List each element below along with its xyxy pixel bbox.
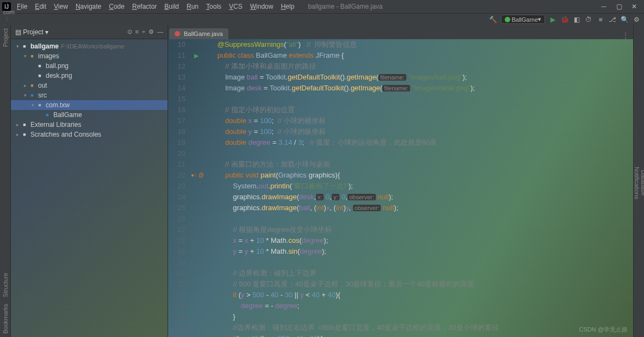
class-icon: ■ xyxy=(44,111,51,119)
select-opened-file-icon[interactable]: ⊙ xyxy=(127,28,132,35)
breadcrumb-separator: 〉 xyxy=(5,1,11,8)
window-maximize[interactable]: ▢ xyxy=(611,3,627,10)
tree-item-desk-png[interactable]: ■desk.png xyxy=(11,71,168,81)
breadcrumb-src[interactable]: src xyxy=(3,0,45,1)
tree-label: out xyxy=(38,82,47,89)
menu-run[interactable]: Run xyxy=(183,3,202,10)
menu-code[interactable]: Code xyxy=(105,3,128,10)
tree-label: External Libraries xyxy=(30,121,81,128)
src-icon: ■ xyxy=(28,91,36,99)
settings-button[interactable]: ⚙ xyxy=(632,15,641,24)
project-tree[interactable]: ▾■ballgameF:\IDEAWorks\ballgame▾■images■… xyxy=(11,39,168,142)
scratch-icon: ■ xyxy=(21,131,28,138)
tree-item-ball-png[interactable]: ■ball.png xyxy=(11,61,168,71)
folder-ex-icon: ■ xyxy=(28,82,36,89)
database-tool-button[interactable]: Database xyxy=(640,28,644,337)
tree-item-ballgame[interactable]: ■BallGame xyxy=(11,110,168,120)
menu-window[interactable]: Window xyxy=(246,3,277,10)
code-editor[interactable]: 10 11 12 13 14 15 16 17 18 19 20 21 22 2… xyxy=(168,39,633,337)
git-button[interactable]: ⎇ xyxy=(608,15,617,24)
notifications-tool-button[interactable]: Notifications xyxy=(634,28,640,337)
module-icon: ■ xyxy=(21,42,28,50)
tree-arrow-icon[interactable]: ▾ xyxy=(22,53,28,59)
navigation-bar: ballgame〉src〉com〉txw〉BallGame〉launchFram… xyxy=(0,13,644,25)
menu-vcs[interactable]: VCS xyxy=(225,3,246,10)
project-panel: ▤ Project ▾ ⊙ ≡ ÷ ⚙ — ▾■ballgameF:\IDEAW… xyxy=(11,25,168,337)
breadcrumb-com[interactable]: com xyxy=(3,9,45,15)
tree-arrow-icon[interactable]: ▾ xyxy=(22,93,28,98)
tree-label: com.txw xyxy=(46,101,70,109)
editor-area: BallGame.java ⋮ 10 11 12 13 14 15 16 17 … xyxy=(168,25,633,337)
panel-title: ▤ Project ▾ xyxy=(15,28,48,36)
menu-view[interactable]: View xyxy=(50,3,72,10)
tree-item-ballgame[interactable]: ▾■ballgameF:\IDEAWorks\ballgame xyxy=(11,41,168,51)
tree-item-out[interactable]: ▸■out xyxy=(11,81,168,90)
tree-label: ball.png xyxy=(46,62,69,70)
coverage-button[interactable]: ◧ xyxy=(572,15,581,24)
search-everywhere-icon[interactable]: 🔍 xyxy=(620,15,629,24)
tree-item-com-txw[interactable]: ▾■com.txw xyxy=(11,100,168,110)
stop-button[interactable]: ■ xyxy=(596,15,605,24)
tree-item-scratches-and-consoles[interactable]: ▸■Scratches and Consoles xyxy=(11,130,168,139)
tree-item-external-libraries[interactable]: ▸■External Libraries xyxy=(11,120,168,130)
project-tool-button[interactable]: Project xyxy=(2,25,9,50)
debug-button[interactable]: 🐞 xyxy=(560,15,569,24)
left-tool-strip: Project Structure Bookmarks xyxy=(0,25,11,337)
tree-arrow-icon[interactable]: ▾ xyxy=(14,44,21,49)
tree-label: images xyxy=(38,52,59,60)
tree-item-images[interactable]: ▾■images xyxy=(11,51,168,61)
tree-arrow-icon[interactable]: ▸ xyxy=(14,122,21,127)
editor-tabs: BallGame.java ⋮ xyxy=(168,25,633,39)
tree-arrow-icon[interactable]: ▸ xyxy=(14,132,21,137)
panel-settings-icon[interactable]: ⚙ xyxy=(148,28,154,35)
bookmarks-tool-button[interactable]: Bookmarks xyxy=(2,301,9,337)
titlebar: IJ FileEditViewNavigateCodeRefactorBuild… xyxy=(0,0,644,13)
menu-tools[interactable]: Tools xyxy=(202,3,225,10)
editor-more-icon[interactable]: ⋮ xyxy=(618,32,633,39)
window-close[interactable]: ✕ xyxy=(627,3,642,10)
tree-arrow-icon[interactable]: ▸ xyxy=(22,83,28,88)
lib-icon: ■ xyxy=(21,121,28,128)
breakpoint-gutter[interactable]: ▶●↑ @ xyxy=(190,39,209,337)
build-button[interactable]: 🔨 xyxy=(489,15,498,24)
file-icon: ■ xyxy=(36,62,44,70)
tree-label: desk.png xyxy=(46,72,72,79)
window-minimize[interactable]: ─ xyxy=(596,3,611,10)
menu-navigate[interactable]: Navigate xyxy=(72,3,105,10)
tree-label: ballgameF:\IDEAWorks\ballgame xyxy=(30,42,125,50)
tree-label: Scratches and Consoles xyxy=(30,131,101,138)
menu-refactor[interactable]: Refactor xyxy=(128,3,160,10)
file-icon: ■ xyxy=(36,72,44,79)
window-title: ballgame - BallGame.java xyxy=(308,3,382,10)
expand-all-icon[interactable]: ≡ xyxy=(135,28,139,35)
tree-item-src[interactable]: ▾■src xyxy=(11,90,168,100)
watermark: CSDN @学无止路 xyxy=(579,326,628,334)
line-number-gutter[interactable]: 10 11 12 13 14 15 16 17 18 19 20 21 22 2… xyxy=(168,39,190,337)
pkg-icon: ■ xyxy=(36,101,44,109)
tree-label: BallGame xyxy=(53,111,82,119)
run-config-selector[interactable]: BallGame ▾ xyxy=(501,15,545,24)
tab-ballgame[interactable]: BallGame.java xyxy=(169,28,228,39)
folder-icon: ■ xyxy=(28,52,36,60)
collapse-all-icon[interactable]: ÷ xyxy=(142,28,145,35)
menu-help[interactable]: Help xyxy=(277,3,298,10)
profile-button[interactable]: ⏱ xyxy=(584,15,593,24)
menu-build[interactable]: Build xyxy=(160,3,183,10)
tree-label: src xyxy=(38,91,47,99)
breadcrumb-separator: 〉 xyxy=(5,16,11,22)
right-tool-strip: Notifications Database xyxy=(633,25,644,337)
structure-tool-button[interactable]: Structure xyxy=(2,269,9,301)
tree-arrow-icon[interactable]: ▾ xyxy=(29,102,36,108)
hide-panel-icon[interactable]: — xyxy=(157,28,163,35)
run-button[interactable]: ▶ xyxy=(548,15,557,24)
